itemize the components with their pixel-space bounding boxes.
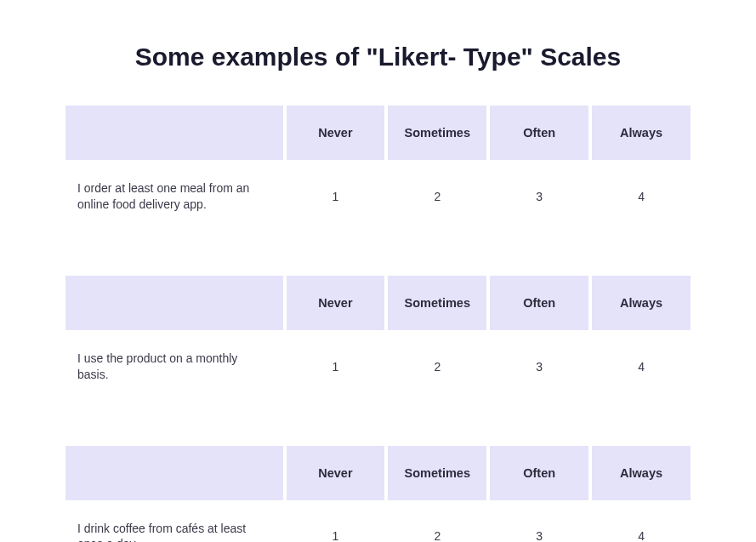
table-header-row: Never Sometimes Often Always: [65, 106, 691, 160]
option-header-always: Always: [592, 446, 691, 500]
statement-header: [65, 276, 283, 330]
option-header-often: Often: [490, 276, 588, 330]
value-cell: 3: [490, 330, 588, 403]
statement-header: [65, 106, 283, 160]
table-header-row: Never Sometimes Often Always: [65, 276, 691, 330]
table-row: I drink coffee from cafés at least once …: [65, 500, 691, 542]
page-title: Some examples of "Likert- Type" Scales: [62, 43, 694, 71]
option-header-sometimes: Sometimes: [388, 106, 486, 160]
value-cell: 1: [287, 330, 385, 403]
option-header-never: Never: [287, 276, 385, 330]
likert-table-3: Never Sometimes Often Always I drink cof…: [62, 446, 694, 542]
option-header-sometimes: Sometimes: [388, 276, 486, 330]
statement-header: [65, 446, 283, 500]
table-row: I use the product on a monthly basis. 1 …: [65, 330, 691, 403]
option-header-never: Never: [287, 446, 385, 500]
value-cell: 4: [592, 330, 691, 403]
option-header-often: Often: [490, 106, 588, 160]
likert-table-1: Never Sometimes Often Always I order at …: [62, 106, 694, 233]
option-header-always: Always: [592, 276, 691, 330]
value-cell: 4: [592, 500, 691, 542]
statement-cell: I use the product on a monthly basis.: [65, 330, 283, 403]
table-header-row: Never Sometimes Often Always: [65, 446, 691, 500]
value-cell: 2: [388, 500, 486, 542]
value-cell: 2: [388, 330, 486, 403]
value-cell: 3: [490, 500, 588, 542]
option-header-often: Often: [490, 446, 588, 500]
value-cell: 2: [388, 160, 486, 233]
value-cell: 3: [490, 160, 588, 233]
option-header-sometimes: Sometimes: [388, 446, 486, 500]
value-cell: 1: [287, 500, 385, 542]
option-header-always: Always: [592, 106, 691, 160]
value-cell: 4: [592, 160, 691, 233]
option-header-never: Never: [287, 106, 385, 160]
value-cell: 1: [287, 160, 385, 233]
likert-table-2: Never Sometimes Often Always I use the p…: [62, 276, 694, 403]
statement-cell: I drink coffee from cafés at least once …: [65, 500, 283, 542]
table-row: I order at least one meal from an online…: [65, 160, 691, 233]
statement-cell: I order at least one meal from an online…: [65, 160, 283, 233]
